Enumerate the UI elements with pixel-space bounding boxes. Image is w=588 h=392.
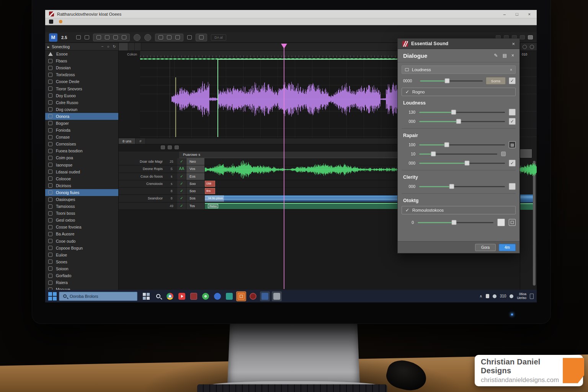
track-enable-check[interactable]: ✓ <box>177 173 186 180</box>
track-name[interactable]: Tos <box>186 203 205 209</box>
minimize-icon[interactable]: − <box>101 44 104 49</box>
multitrack-tab[interactable]: 8 uns <box>119 138 136 144</box>
slider-checkbox[interactable] <box>509 141 516 148</box>
track-name[interactable]: Vos <box>186 165 205 172</box>
playhead-line[interactable] <box>284 48 284 289</box>
slider-checkbox[interactable] <box>509 109 516 116</box>
effect-checkbox[interactable]: ✓ <box>509 77 516 84</box>
sidebar-item[interactable]: Doy Euooo <box>45 92 118 99</box>
grid-panel-icon[interactable] <box>528 35 533 39</box>
sidebar-item[interactable]: Dog covoun <box>45 106 118 113</box>
sz-icon[interactable] <box>175 145 179 149</box>
timeline-tab[interactable] <box>119 43 128 51</box>
cancel-button[interactable]: Gora <box>475 244 496 251</box>
effect-button[interactable]: Soms <box>486 77 506 85</box>
sidebar-item[interactable]: Soioon <box>45 265 118 272</box>
tool-icon[interactable] <box>122 35 126 39</box>
tool-icon[interactable] <box>105 35 109 39</box>
sidebar-item[interactable]: Coim poa <box>45 154 118 161</box>
sidebar-item[interactable]: Sooes <box>45 258 118 265</box>
battery-icon[interactable] <box>486 294 489 298</box>
sidebar-item[interactable]: Ldasai ouded <box>45 168 118 175</box>
sidebar-item[interactable]: Cornosises <box>45 140 118 147</box>
refresh-icon[interactable]: ↻ <box>113 44 116 49</box>
notification-center-icon[interactable] <box>530 294 534 299</box>
slider-checkbox[interactable] <box>501 152 506 156</box>
boxed-blue-app-icon[interactable] <box>260 291 270 301</box>
slider-thumb[interactable] <box>449 184 454 189</box>
slider[interactable] <box>419 112 505 113</box>
active-audio-app-icon[interactable] <box>236 291 246 301</box>
sidebar-item[interactable]: Moouve <box>45 286 118 290</box>
remove-effect-icon[interactable]: × <box>510 68 512 72</box>
close-button[interactable]: × <box>528 12 531 16</box>
tray-app-icon[interactable] <box>493 294 497 298</box>
slider[interactable] <box>419 163 505 164</box>
track-enable-check[interactable]: ✓ <box>177 203 186 209</box>
green-messenger-icon[interactable] <box>201 291 211 301</box>
track-name[interactable]: Eos <box>186 173 205 180</box>
loop-icon[interactable] <box>523 45 527 49</box>
minimize-button[interactable]: – <box>503 12 506 16</box>
clear-icon[interactable]: × <box>511 53 514 58</box>
dialogue-waveform[interactable] <box>172 77 397 122</box>
grid-icon[interactable] <box>168 145 172 149</box>
track-enable-check[interactable]: ✓ <box>177 180 186 187</box>
tool-icon[interactable] <box>85 35 89 39</box>
multitrack-tab2[interactable]: # <box>136 138 145 144</box>
tray-expand-icon[interactable]: ∧ <box>479 294 482 298</box>
track-name[interactable]: Soo <box>186 180 205 187</box>
sidebar-item[interactable]: Dicirisos <box>45 182 118 189</box>
audio-clip[interactable]: Bra <box>205 188 215 194</box>
sidebar-item[interactable]: Conase <box>45 134 118 140</box>
slider-checkbox[interactable] <box>509 160 516 167</box>
sidebar-item[interactable]: Gorfiado <box>45 272 118 279</box>
master-slider[interactable] <box>420 80 483 82</box>
sidebar-item[interactable]: Tamsiooss <box>45 203 118 210</box>
amount-preset-dropdown[interactable]: ✓ Romoulostokoos <box>402 206 516 214</box>
panel-close-icon[interactable]: × <box>512 41 515 47</box>
track-name[interactable]: Neo <box>186 158 205 165</box>
dialogue-tab[interactable]: Dialogue <box>403 52 427 59</box>
slider-thumb[interactable] <box>444 78 449 83</box>
panel-header[interactable]: Essential Sound × <box>398 39 519 49</box>
sidebar-item[interactable]: Oonoig fiuies <box>45 189 118 196</box>
sidebar-item[interactable]: Cooe oudo <box>45 238 118 245</box>
slider-checkbox[interactable] <box>509 118 516 125</box>
list-icon[interactable] <box>161 145 165 149</box>
slider-checkbox[interactable] <box>509 183 516 190</box>
slider-thumb[interactable] <box>444 142 449 147</box>
tool-icon[interactable] <box>113 35 118 39</box>
gray-app-icon[interactable] <box>272 291 282 301</box>
youtube-icon[interactable] <box>177 291 187 301</box>
tool-icon[interactable] <box>167 35 172 39</box>
audio-clip[interactable]: D58 <box>205 181 215 187</box>
maximize-button[interactable]: □ <box>516 12 518 16</box>
sidebar-item[interactable]: Dosoian <box>45 64 118 71</box>
ok-button[interactable]: 4m <box>499 244 516 251</box>
sidebar-item[interactable]: Gesl oxtoo <box>45 217 118 224</box>
taskbar-search[interactable]: Ooroba Brolors <box>59 292 137 301</box>
slider-thumb[interactable] <box>431 152 436 157</box>
clock-icon[interactable] <box>530 45 534 49</box>
track-enable-check[interactable]: AA <box>177 165 186 172</box>
sidebar-item[interactable]: Torixdzoss <box>45 71 118 78</box>
search-icon[interactable] <box>153 291 163 301</box>
track-enable-check[interactable]: ✓ <box>177 188 186 194</box>
preset-dropdown[interactable]: ✓ Rogno <box>402 88 516 96</box>
sidebar-item[interactable]: Raiera <box>45 279 118 286</box>
sidebar-item[interactable]: Bogoer <box>45 120 118 127</box>
tool-icon[interactable] <box>158 35 163 39</box>
preset-pen-icon[interactable]: ✎ <box>494 53 498 58</box>
sidebar-item[interactable]: Oasioupes <box>45 196 118 203</box>
razor-tool-icon[interactable] <box>187 35 192 39</box>
task-view-icon[interactable] <box>141 291 151 301</box>
sidebar-item[interactable]: Colre Rusoo <box>45 99 118 106</box>
white-square-button[interactable] <box>497 219 505 226</box>
chrome-icon[interactable] <box>165 291 175 301</box>
tool-icon[interactable] <box>76 35 81 39</box>
blue-app-icon[interactable] <box>212 291 222 301</box>
circle-icon[interactable]: ○ <box>107 44 109 49</box>
tool-icon[interactable] <box>175 35 180 39</box>
teal-app-icon[interactable] <box>224 291 234 301</box>
